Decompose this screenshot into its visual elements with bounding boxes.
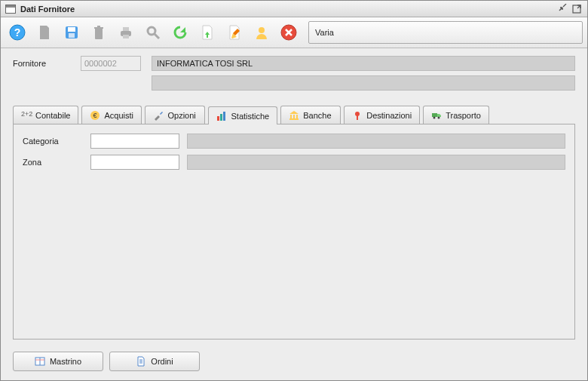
svg-rect-23	[296, 115, 298, 118]
svg-point-28	[438, 116, 440, 118]
print-button[interactable]	[114, 20, 138, 45]
tab-statistiche[interactable]: Statistiche	[208, 106, 277, 124]
svg-rect-26	[432, 113, 437, 117]
svg-point-11	[148, 27, 155, 35]
svg-point-27	[433, 116, 436, 118]
mode-display: Varia	[308, 21, 583, 44]
mastrino-button[interactable]: Mastrino	[13, 352, 103, 371]
export-button[interactable]	[195, 20, 219, 45]
restore-icon[interactable]	[557, 3, 569, 15]
svg-rect-22	[293, 115, 295, 118]
mode-label: Varia	[315, 28, 334, 37]
calc-icon: 2+2	[21, 110, 32, 121]
euro-icon: €	[90, 110, 100, 121]
delete-button[interactable]	[87, 20, 111, 45]
tab-acquisti[interactable]: € Acquisti	[81, 106, 142, 124]
svg-text:?: ?	[14, 26, 21, 38]
fornitore-name	[152, 56, 575, 71]
svg-rect-6	[94, 27, 103, 29]
truck-icon	[431, 110, 442, 121]
search-button[interactable]	[141, 20, 165, 45]
zona-desc	[187, 155, 565, 170]
svg-rect-24	[289, 118, 299, 120]
window-icon	[5, 5, 16, 14]
tools-icon	[153, 110, 164, 121]
ledger-icon	[35, 356, 45, 367]
svg-text:€: €	[93, 112, 97, 119]
user-button[interactable]	[250, 20, 274, 45]
close-button[interactable]	[277, 20, 301, 45]
tab-destinazioni[interactable]: Destinazioni	[344, 106, 420, 124]
svg-rect-18	[217, 116, 219, 121]
tab-opzioni[interactable]: Opzioni	[145, 106, 205, 124]
help-button[interactable]: ?	[5, 20, 29, 45]
categoria-desc	[187, 134, 565, 149]
window-title: Dati Fornitore	[20, 5, 75, 14]
svg-point-14	[259, 27, 265, 33]
fornitore-code	[81, 56, 141, 71]
tab-bar: 2+2 Contabile € Acquisti Opzioni Statist…	[13, 106, 575, 124]
refresh-button[interactable]	[168, 20, 192, 45]
svg-rect-4	[68, 27, 75, 32]
fornitore-line2	[152, 75, 575, 91]
pin-icon	[352, 110, 363, 121]
categoria-label: Categoria	[23, 137, 83, 146]
svg-rect-10	[123, 35, 129, 38]
maximize-icon[interactable]	[571, 3, 583, 15]
tab-panel-statistiche: Categoria Zona	[13, 124, 575, 340]
svg-rect-19	[220, 114, 222, 121]
new-button[interactable]	[32, 20, 57, 45]
svg-rect-20	[223, 112, 225, 121]
svg-rect-5	[69, 33, 75, 38]
zona-label: Zona	[23, 158, 83, 167]
content: Fornitore 2+2 Contabile € Acquisti Opzio…	[1, 48, 587, 346]
tab-trasporto[interactable]: Trasporto	[423, 106, 489, 124]
svg-rect-13	[207, 34, 208, 38]
svg-rect-7	[97, 26, 100, 27]
zona-input[interactable]	[90, 155, 179, 170]
tab-banche[interactable]: Banche	[280, 106, 341, 124]
svg-rect-9	[123, 27, 129, 31]
window: Dati Fornitore ?	[0, 0, 588, 381]
footer: Mastrino Ordini	[1, 346, 587, 380]
categoria-input[interactable]	[90, 134, 179, 149]
save-button[interactable]	[60, 20, 84, 45]
tab-contabile[interactable]: 2+2 Contabile	[13, 106, 78, 124]
chart-icon	[216, 111, 227, 121]
svg-line-12	[155, 34, 159, 38]
svg-rect-21	[290, 115, 292, 118]
titlebar: Dati Fornitore	[1, 1, 587, 17]
toolbar: ? Varia	[1, 17, 587, 48]
bank-icon	[289, 110, 299, 121]
ordini-button[interactable]: Ordini	[109, 352, 200, 371]
doc-icon	[136, 356, 146, 367]
edit-doc-button[interactable]	[222, 20, 247, 45]
fornitore-label: Fornitore	[13, 59, 81, 68]
